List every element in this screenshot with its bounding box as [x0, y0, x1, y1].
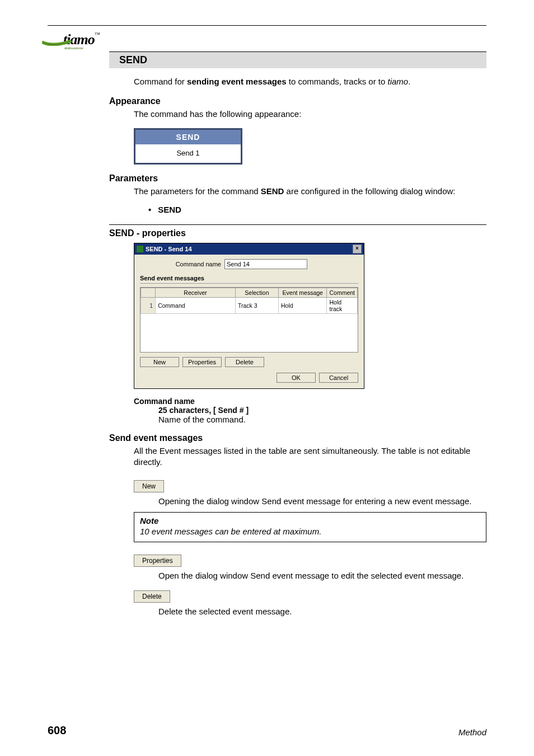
command-name-label: Command name: [140, 261, 224, 267]
properties-button[interactable]: Properties: [182, 357, 222, 367]
section-title: SEND: [109, 51, 486, 68]
bullet-icon: •: [148, 205, 151, 214]
delete-button-desc: Delete the selected event message.: [158, 606, 486, 617]
logo: tiamo™ titration and more: [48, 31, 99, 48]
ok-button[interactable]: OK: [277, 373, 316, 383]
parameters-heading: Parameters: [109, 173, 486, 184]
event-table: Receiver Selection Event message Comment…: [140, 287, 358, 353]
dialog-app-icon: [137, 246, 143, 252]
command-block: SEND Send 1: [134, 128, 242, 165]
send-properties-heading: SEND - properties: [109, 228, 486, 238]
def-command-name: Command name: [134, 397, 486, 406]
new-button[interactable]: New: [140, 357, 179, 367]
close-icon[interactable]: ×: [353, 245, 362, 253]
footer-title: Method: [458, 727, 486, 737]
logo-swoosh-icon: [42, 35, 81, 46]
note-box: Note 10 event messages can be entered at…: [134, 512, 486, 542]
dialog-title: SEND - Send 14: [146, 246, 192, 252]
parameters-bullet: •SEND: [148, 205, 486, 214]
properties-button-sample: Properties: [134, 555, 181, 567]
new-button-desc: Opening the dialog window Send event mes…: [158, 496, 486, 507]
properties-button-desc: Open the dialog window Send event messag…: [158, 570, 486, 581]
note-heading: Note: [140, 516, 480, 525]
send-event-messages-text: All the Event messages listed in the tab…: [134, 445, 486, 468]
logo-tm: ™: [95, 31, 100, 37]
cancel-button[interactable]: Cancel: [319, 373, 358, 383]
dialog-screenshot: SEND - Send 14 × Command name Send event…: [134, 243, 364, 389]
send-event-messages-heading: Send event messages: [109, 433, 486, 443]
delete-button[interactable]: Delete: [225, 357, 264, 367]
dialog-titlebar: SEND - Send 14 ×: [134, 243, 364, 255]
delete-button-sample: Delete: [134, 590, 170, 603]
command-block-head: SEND: [135, 130, 241, 144]
appearance-text: The command has the following appearance…: [134, 109, 486, 120]
new-button-sample: New: [134, 480, 164, 492]
appearance-heading: Appearance: [109, 96, 486, 106]
page-number: 608: [48, 724, 66, 737]
group-label: Send event messages: [140, 275, 358, 281]
parameters-text: The parameters for the command SEND are …: [134, 186, 486, 197]
def-constraint: 25 characters, [ Send # ]: [158, 406, 486, 415]
table-row[interactable]: 1 Command Track 3 Hold Hold track: [141, 297, 358, 313]
table-header-row: Receiver Selection Event message Comment: [141, 288, 358, 297]
intro-text: Command for sending event messages to co…: [134, 76, 486, 87]
logo-subtitle: titration and more: [64, 46, 83, 50]
note-body: 10 event messages can be entered at maxi…: [140, 527, 480, 536]
def-body: Name of the command.: [158, 415, 486, 424]
command-block-body: Send 1: [135, 144, 241, 163]
command-name-input[interactable]: [224, 259, 307, 269]
